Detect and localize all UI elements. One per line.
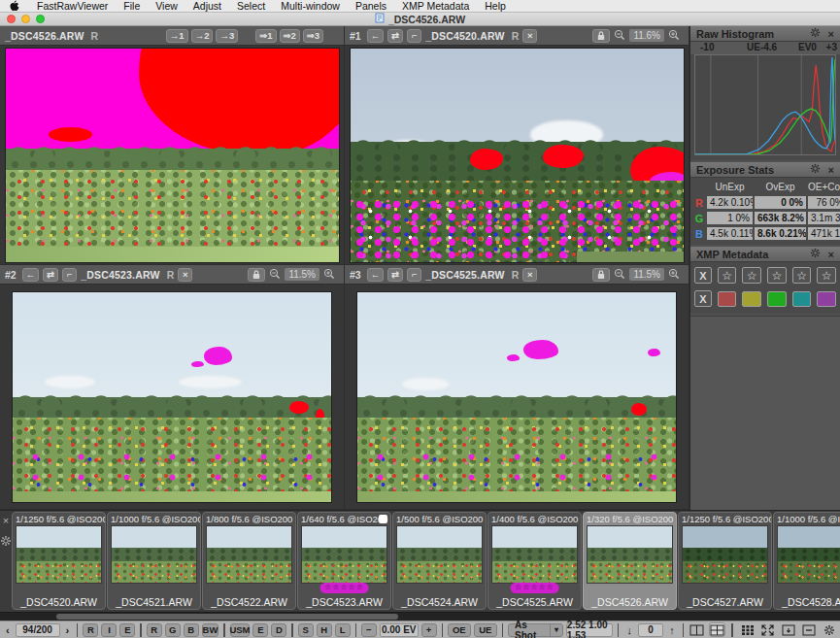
close-icon[interactable]: × — [828, 250, 834, 259]
star-rating-button[interactable]: ☆ — [742, 267, 761, 284]
apple-icon[interactable] — [10, 0, 19, 12]
gear-icon[interactable] — [0, 533, 12, 551]
send-all-to-window-button[interactable]: ⇒1 — [255, 29, 276, 43]
lights-button[interactable]: L — [335, 623, 351, 637]
color-label-button[interactable] — [742, 291, 761, 307]
settings-gear-icon[interactable] — [821, 622, 837, 637]
usm-button[interactable]: USM — [230, 623, 251, 637]
ue-button[interactable]: UE — [474, 623, 497, 637]
filmstrip-thumbnail[interactable]: 1/800 f/5.6 @ISO200 _DSC4522.ARW — [202, 512, 296, 610]
layout-two-pane-button[interactable] — [689, 622, 705, 637]
send-to-window-button[interactable]: →1 — [166, 29, 188, 43]
channel-b-button[interactable]: B — [184, 623, 199, 637]
photo-view-2[interactable] — [0, 285, 345, 510]
star-rating-button[interactable]: ☆ — [817, 267, 836, 284]
detach-icon[interactable]: ⌐ — [407, 29, 421, 43]
zoom-in-icon[interactable] — [668, 268, 680, 282]
filmstrip-thumbnail[interactable]: 1/1250 f/5.6 @ISO200 _DSC4527.ARW — [678, 512, 772, 610]
filmstrip-thumbnail[interactable]: 1/400 f/5.6 @ISO200 ☆☆☆☆☆ _DSC4525.ARW — [487, 512, 582, 610]
clear-color-label-button[interactable]: X — [694, 290, 712, 307]
color-label-button[interactable] — [718, 291, 737, 307]
menu-item[interactable]: Adjust — [185, 0, 229, 12]
menu-item[interactable]: View — [148, 0, 185, 12]
gear-icon[interactable] — [810, 163, 821, 176]
zoom-out-icon[interactable] — [614, 29, 625, 43]
send-all-to-window-button[interactable]: ⇒2 — [280, 29, 300, 43]
rotate-ccw-button[interactable]: ↓ — [623, 624, 635, 636]
menu-item[interactable]: File — [116, 0, 148, 12]
back-icon[interactable]: ← — [22, 268, 40, 282]
photo-view-main[interactable] — [0, 46, 345, 265]
gear-icon[interactable] — [810, 248, 821, 260]
send-to-window-button[interactable]: →2 — [191, 29, 214, 43]
white-balance-dropdown[interactable]: As Shot ▾ — [508, 623, 563, 637]
close-icon[interactable]: × — [3, 517, 9, 525]
photo-dsc4525[interactable] — [356, 291, 677, 503]
previous-file-button[interactable]: ‹ — [3, 624, 13, 636]
star-rating-button[interactable]: ☆ — [792, 267, 812, 284]
photo-dsc4520[interactable] — [350, 48, 685, 263]
photo-dsc4526[interactable] — [5, 48, 340, 263]
toggle-exif-button[interactable]: E — [119, 623, 135, 637]
color-label-button[interactable] — [792, 291, 812, 307]
ev-plus-button[interactable]: + — [421, 623, 437, 637]
filmstrip-thumbnail[interactable]: 1/1000 f/5.6 @ISO200 _DSC4528.ARW — [773, 512, 840, 610]
swap-icon[interactable]: ⇄ — [387, 268, 403, 282]
color-label-button[interactable] — [817, 291, 836, 307]
zoom-out-icon[interactable] — [269, 268, 281, 282]
back-icon[interactable]: ← — [367, 268, 385, 282]
zoom-in-icon[interactable] — [323, 268, 335, 282]
zoom-in-icon[interactable] — [668, 29, 680, 43]
menu-item[interactable]: FastRawViewer — [29, 0, 116, 12]
send-all-to-window-button[interactable]: ⇒3 — [303, 29, 323, 43]
lock-icon[interactable] — [592, 268, 610, 282]
photo-view-3[interactable] — [345, 285, 689, 510]
close-icon[interactable]: × — [828, 29, 834, 39]
grid-view-button[interactable] — [739, 622, 756, 637]
filmstrip-thumbnail[interactable]: 1/500 f/5.6 @ISO200 _DSC4524.ARW — [392, 512, 487, 610]
highlight-button[interactable]: H — [317, 623, 332, 637]
panel-collapse-button[interactable] — [800, 622, 817, 637]
window-title-bar[interactable]: _DSC4526.ARW — [0, 13, 840, 26]
close-icon[interactable]: × — [522, 29, 537, 43]
fullscreen-button[interactable] — [759, 622, 776, 637]
swap-icon[interactable]: ⇄ — [43, 268, 58, 282]
shadow-button[interactable]: S — [298, 623, 314, 637]
photo-view-1[interactable] — [345, 46, 689, 265]
filmstrip-thumbnail[interactable]: 1/1250 f/5.6 @ISO200 _DSC4520.ARW — [12, 512, 106, 610]
star-rating-button[interactable]: ☆ — [767, 267, 787, 284]
star-rating-button[interactable]: ☆ — [718, 267, 737, 284]
channel-r-button[interactable]: R — [147, 623, 162, 637]
zoom-out-icon[interactable] — [614, 268, 625, 282]
filmstrip-thumbnail[interactable]: 1/1000 f/5.6 @ISO200 _DSC4521.ARW — [107, 512, 201, 610]
ev-minus-button[interactable]: − — [361, 623, 377, 637]
menu-item[interactable]: Help — [477, 0, 514, 12]
toggle-info-button[interactable]: I — [101, 623, 117, 637]
lock-icon[interactable] — [592, 29, 610, 43]
channel-bw-button[interactable]: BW — [202, 623, 219, 637]
photo-dsc4523[interactable] — [12, 291, 332, 503]
channel-g-button[interactable]: G — [165, 623, 181, 637]
close-icon[interactable]: × — [522, 268, 537, 282]
send-to-window-button[interactable]: →3 — [216, 29, 238, 43]
oe-button[interactable]: OE — [448, 623, 471, 637]
menu-item[interactable]: Multi-window — [273, 0, 348, 12]
menu-item[interactable]: XMP Metadata — [394, 0, 477, 12]
filmstrip-thumbnail[interactable]: 1/640 f/5.6 @ISO200 ☆☆☆☆☆ _DSC4523.ARW — [297, 512, 391, 610]
back-icon[interactable]: ← — [367, 29, 385, 43]
scrollbar-handle[interactable] — [56, 614, 398, 620]
close-icon[interactable]: × — [828, 165, 834, 175]
layout-four-pane-button[interactable] — [709, 622, 725, 637]
detach-icon[interactable]: ⌐ — [407, 268, 421, 282]
filmstrip-panel-button[interactable] — [780, 622, 796, 637]
menu-item[interactable]: Select — [229, 0, 273, 12]
next-file-button[interactable]: › — [63, 624, 73, 636]
edge-button[interactable]: E — [252, 623, 268, 637]
toggle-raw-button[interactable]: R — [83, 623, 98, 637]
menu-item[interactable]: Panels — [348, 0, 394, 12]
swap-icon[interactable]: ⇄ — [387, 29, 403, 43]
rotate-cw-button[interactable]: ↑ — [666, 624, 678, 636]
detach-icon[interactable]: ⌐ — [62, 268, 77, 282]
detail-button[interactable]: D — [271, 623, 286, 637]
filmstrip-thumbnail[interactable]: 1/320 f/5.6 @ISO200 _DSC4526.ARW — [583, 512, 677, 610]
